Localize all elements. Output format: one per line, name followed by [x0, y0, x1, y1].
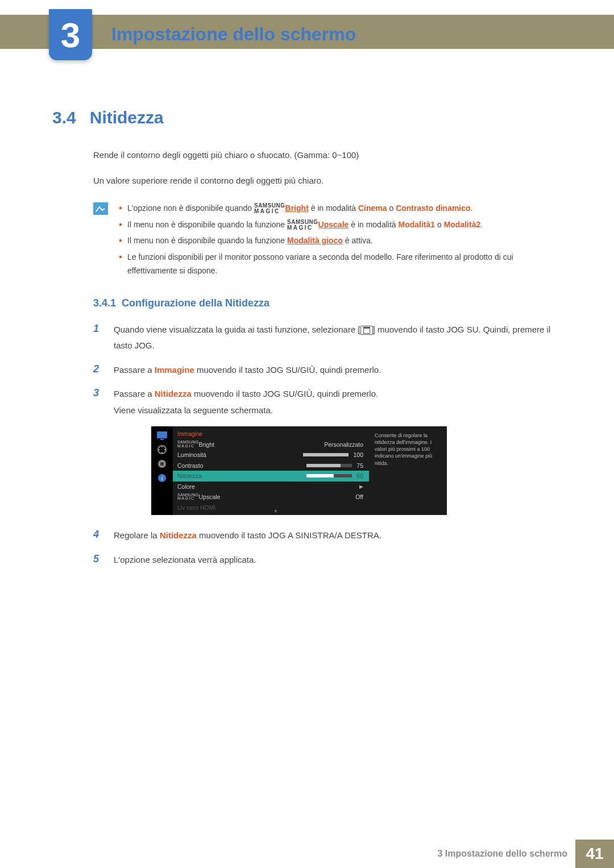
chapter-badge: 3	[49, 9, 92, 60]
section-title: Nitidezza	[90, 108, 164, 127]
slider-bar	[303, 453, 349, 456]
picture-icon	[156, 430, 168, 441]
samsung-magic-logo: SAMSUNGMAGIC	[177, 441, 199, 448]
note-item: Il menu non è disponibile quando la funz…	[116, 218, 562, 232]
info-icon: i	[156, 472, 168, 484]
intro-line: Rende il contorno degli oggetti più chia…	[93, 150, 562, 160]
settings-icon	[156, 444, 168, 455]
footer: 3 Impostazione dello schermo 41	[0, 840, 614, 868]
slider-bar	[306, 464, 352, 467]
note-item: Il menu non è disponibile quando la funz…	[116, 234, 562, 248]
osd-labels: Immagine SAMSUNGMAGICBright Luminosità C…	[173, 426, 284, 515]
step: 2 Passare a Immagine muovendo il tasto J…	[93, 362, 562, 379]
section-number: 3.4	[52, 108, 76, 127]
step: 1 Quando viene visualizzata la guida ai …	[93, 322, 562, 354]
chevron-right-icon: ▶	[359, 484, 363, 489]
intro-line: Un valore superiore rende il contorno de…	[93, 176, 562, 185]
osd-title: Immagine	[177, 431, 202, 437]
menu-icon	[360, 326, 373, 335]
note-block: L'opzione non è disponibile quando SAMSU…	[93, 201, 562, 280]
samsung-magic-logo: SAMSUNGMAGIC	[254, 203, 285, 214]
steps: 1 Quando viene visualizzata la guida ai …	[93, 322, 562, 568]
step: 4 Regolare la Nitidezza muovendo il tast…	[93, 528, 562, 544]
subsection-heading: 3.4.1 Configurazione della Nitidezza	[93, 297, 562, 309]
svg-point-5	[160, 462, 164, 466]
samsung-magic-logo: SAMSUNGMAGIC	[287, 219, 318, 231]
step: 3 Passare a Nitidezza muovendo il tasto …	[93, 386, 562, 418]
content: 3.4 Nitidezza Rende il contorno degli og…	[52, 108, 562, 576]
svg-text:i: i	[161, 475, 163, 481]
note-list: L'opzione non è disponibile quando SAMSU…	[116, 201, 562, 280]
svg-rect-2	[160, 439, 164, 440]
osd-screenshot: i Immagine SAMSUNGMAGICBright Luminosità…	[151, 426, 447, 515]
chevron-down-icon: ▼	[273, 509, 278, 514]
osd-values: Personalizzato 100 75 60 ▶ Off	[284, 426, 369, 515]
chapter-title: Impostazione dello schermo	[111, 24, 356, 45]
intro: Rende il contorno degli oggetti più chia…	[52, 150, 562, 185]
options-icon	[156, 458, 168, 470]
note-icon	[93, 202, 108, 215]
note-item: Le funzioni disponibili per il monitor p…	[116, 250, 562, 278]
chapter-number: 3	[61, 15, 80, 55]
step: 5 L'opzione selezionata verrà applicata.	[93, 552, 562, 568]
samsung-magic-logo: SAMSUNGMAGIC	[177, 493, 199, 501]
footer-label: 3 Impostazione dello schermo	[438, 849, 568, 859]
svg-rect-1	[157, 431, 167, 438]
osd-sidebar: i	[151, 426, 173, 515]
section-heading: 3.4 Nitidezza	[52, 108, 562, 127]
note-item: L'opzione non è disponibile quando SAMSU…	[116, 201, 562, 215]
page-number: 41	[575, 840, 614, 868]
slider-bar	[306, 474, 352, 477]
osd-info-panel: Consente di regolare la nitidezza dell'i…	[369, 426, 447, 515]
